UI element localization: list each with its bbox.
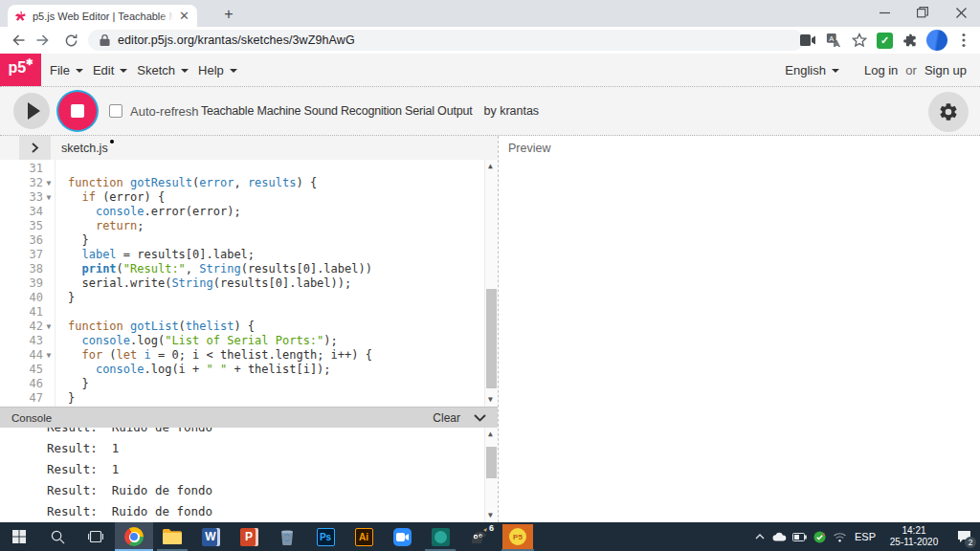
- camera-icon[interactable]: [794, 28, 820, 53]
- gimp-badge: 6: [489, 523, 494, 533]
- line-number: 43: [0, 334, 43, 348]
- language-selector[interactable]: English: [785, 63, 839, 77]
- code-line[interactable]: 41: [0, 305, 484, 320]
- file-tab-sketchjs[interactable]: sketch.js: [61, 142, 114, 155]
- translate-icon[interactable]: A: [820, 28, 846, 53]
- tray-clock[interactable]: 14:21 25-11-2020: [880, 525, 947, 548]
- sidebar-expand-button[interactable]: [19, 136, 51, 160]
- taskbar-photoshop[interactable]: Ps: [306, 522, 345, 551]
- line-number: 46: [0, 377, 43, 391]
- console-collapse-icon[interactable]: [474, 414, 486, 422]
- browser-menu-icon[interactable]: [950, 28, 976, 53]
- antivirus-icon[interactable]: [810, 522, 830, 551]
- code-line[interactable]: 45 console.log(i + " " + thelist[i]);: [0, 363, 484, 377]
- code-line[interactable]: 46 }: [0, 377, 484, 391]
- console-header: Console Clear: [0, 407, 498, 428]
- play-button[interactable]: [13, 93, 50, 129]
- new-tab-button[interactable]: +: [218, 6, 239, 23]
- code-text: }: [55, 391, 75, 406]
- chevron-down-icon: [76, 69, 83, 73]
- scroll-down-icon[interactable]: ▼: [488, 512, 496, 519]
- stop-button[interactable]: [58, 92, 97, 130]
- signup-link[interactable]: Sign up: [924, 63, 967, 77]
- code-line[interactable]: 37 label = results[0].label;: [0, 248, 484, 262]
- start-button[interactable]: [0, 522, 38, 551]
- scroll-down-icon[interactable]: ▼: [488, 396, 496, 404]
- editor-scrollbar[interactable]: ▲ ▼: [484, 160, 498, 407]
- address-bar[interactable]: editor.p5js.org/krantas/sketches/3wZ9hAw…: [88, 30, 804, 51]
- auto-refresh-checkbox[interactable]: [109, 104, 122, 118]
- bookmark-star-icon[interactable]: [846, 28, 872, 53]
- taskbar-illustrator[interactable]: Ai: [345, 522, 383, 551]
- extensions-puzzle-icon[interactable]: [898, 28, 924, 53]
- taskbar-chrome[interactable]: [115, 522, 153, 551]
- console-output[interactable]: Result: Ruido de fondoResult: 1Result: 1…: [0, 428, 498, 522]
- code-line[interactable]: 47}: [0, 391, 484, 406]
- code-text: function gotResult(error, results) {: [55, 176, 317, 190]
- code-line[interactable]: 32▼function gotResult(error, results) {: [0, 176, 484, 190]
- code-line[interactable]: 40}: [0, 291, 484, 305]
- taskbar-teal-app[interactable]: [421, 522, 459, 551]
- system-tray: ESP 14:21 25-11-2020 2: [749, 522, 980, 551]
- console-scrollbar[interactable]: ▲ ▼: [484, 428, 498, 522]
- window-maximize-button[interactable]: [903, 0, 942, 25]
- code-line[interactable]: 36 }: [0, 233, 484, 248]
- taskbar-zoom[interactable]: [383, 522, 421, 551]
- taskbar-word[interactable]: W: [191, 522, 230, 551]
- code-line[interactable]: 34 console.error(error);: [0, 205, 484, 219]
- menu-edit[interactable]: Edit: [93, 63, 127, 77]
- tray-expand-icon[interactable]: [749, 522, 769, 551]
- taskbar-powerpoint[interactable]: P: [230, 522, 268, 551]
- taskbar-gimp[interactable]: 6: [459, 522, 498, 551]
- line-number: 39: [0, 276, 43, 291]
- window-close-button[interactable]: [942, 0, 980, 25]
- taskbar-file-explorer[interactable]: [153, 522, 191, 551]
- menu-sketch[interactable]: Sketch: [137, 63, 189, 77]
- lock-icon: [100, 34, 110, 47]
- fold-arrow-icon[interactable]: ▼: [43, 320, 55, 334]
- console-scroll-thumb[interactable]: [486, 447, 497, 478]
- code-text: label = results[0].label;: [55, 248, 255, 262]
- login-link[interactable]: Log in: [864, 63, 898, 77]
- fold-arrow-icon[interactable]: ▼: [43, 190, 55, 205]
- tray-language[interactable]: ESP: [850, 531, 880, 542]
- fold-arrow-icon[interactable]: ▼: [43, 348, 55, 363]
- menu-help[interactable]: Help: [198, 63, 237, 77]
- code-line[interactable]: 44▼ for (let i = 0; i < thelist.length; …: [0, 348, 484, 363]
- tab-close-icon[interactable]: ✕: [179, 10, 189, 22]
- browser-tab[interactable]: p5.js Web Editor | Teachable Mac ✕: [8, 5, 197, 27]
- menu-file[interactable]: File: [50, 63, 83, 77]
- code-line[interactable]: 39 serial.write(String(results[0].label)…: [0, 276, 484, 291]
- fold-arrow-icon[interactable]: ▼: [43, 176, 55, 190]
- back-icon[interactable]: [4, 28, 31, 53]
- taskbar-p5-app[interactable]: P5: [498, 522, 538, 551]
- action-center-icon[interactable]: 2: [947, 522, 980, 551]
- code-line[interactable]: 31: [0, 162, 484, 176]
- onedrive-icon[interactable]: [769, 522, 790, 551]
- p5-logo[interactable]: p5✱: [0, 54, 41, 86]
- refresh-icon[interactable]: [57, 28, 84, 53]
- line-number: 32: [0, 176, 43, 190]
- task-view-button[interactable]: [77, 522, 115, 551]
- code-line[interactable]: 43 console.log("List of Serial Ports:");: [0, 334, 484, 348]
- scroll-up-icon[interactable]: ▲: [488, 163, 496, 170]
- window-minimize-button[interactable]: [865, 0, 903, 25]
- battery-icon[interactable]: [790, 522, 810, 551]
- code-line[interactable]: 42▼function gotList(thelist) {: [0, 320, 484, 334]
- taskbar-recycle-bin[interactable]: [268, 522, 306, 551]
- browser-profile-avatar[interactable]: [926, 30, 947, 51]
- network-icon[interactable]: [830, 522, 850, 551]
- code-line[interactable]: 33▼ if (error) {: [0, 190, 484, 205]
- extension-check-icon[interactable]: ✓: [872, 28, 898, 53]
- fold-spacer: [43, 291, 55, 305]
- code-line[interactable]: 35 return;: [0, 219, 484, 233]
- code-line[interactable]: 38 print("Result:", String(results[0].la…: [0, 262, 484, 276]
- console-title: Console: [11, 412, 433, 424]
- forward-icon[interactable]: [31, 28, 57, 53]
- code-editor[interactable]: 3132▼function gotResult(error, results) …: [0, 160, 498, 407]
- scroll-up-icon[interactable]: ▲: [488, 430, 496, 438]
- console-clear-button[interactable]: Clear: [433, 411, 460, 425]
- taskbar-search-button[interactable]: [38, 522, 77, 551]
- editor-scroll-thumb[interactable]: [486, 289, 497, 388]
- settings-button[interactable]: [928, 92, 969, 132]
